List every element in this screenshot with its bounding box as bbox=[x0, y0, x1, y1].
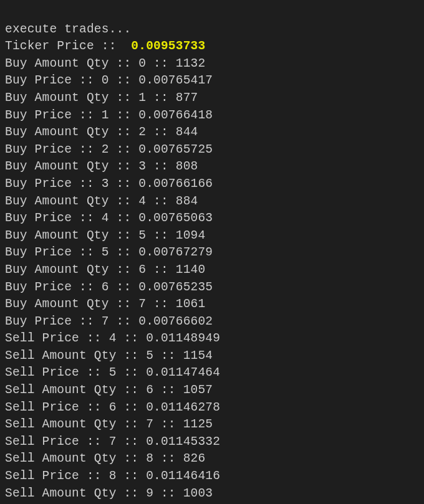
ticker-value: 0.00953733 bbox=[131, 39, 205, 53]
output-line: Buy Amount Qty :: 2 :: 844 bbox=[5, 124, 419, 141]
ticker-label: Ticker Price :: bbox=[5, 39, 131, 53]
output-line: Sell Amount Qty :: 8 :: 826 bbox=[5, 450, 419, 468]
output-line: Buy Amount Qty :: 0 :: 1132 bbox=[5, 55, 419, 73]
output-line: Buy Price :: 6 :: 0.00765235 bbox=[5, 279, 419, 297]
output-line: Sell Price :: 5 :: 0.01147464 bbox=[5, 364, 419, 382]
output-line: Buy Amount Qty :: 6 :: 1140 bbox=[5, 262, 419, 279]
output-line: Sell Amount Qty :: 6 :: 1057 bbox=[5, 382, 419, 399]
output-line: Sell Amount Qty :: 7 :: 1125 bbox=[5, 416, 419, 434]
output-line: Buy Price :: 0 :: 0.00765417 bbox=[5, 72, 419, 90]
output-line: Buy Amount Qty :: 3 :: 808 bbox=[5, 158, 419, 176]
output-line: Buy Price :: 7 :: 0.00766602 bbox=[5, 313, 419, 331]
output-line: Buy Price :: 3 :: 0.00766166 bbox=[5, 176, 419, 193]
output-line: Buy Amount Qty :: 5 :: 1094 bbox=[5, 227, 419, 245]
output-line: Sell Price :: 6 :: 0.01146278 bbox=[5, 399, 419, 417]
output-line: Sell Amount Qty :: 9 :: 1003 bbox=[5, 485, 419, 503]
output-line: Sell Amount Qty :: 5 :: 1154 bbox=[5, 348, 419, 365]
terminal-output: execute trades...Ticker Price :: 0.00953… bbox=[0, 0, 424, 504]
header-line: execute trades... bbox=[5, 21, 419, 39]
ticker-line: Ticker Price :: 0.00953733 bbox=[5, 38, 419, 55]
output-line: Sell Price :: 8 :: 0.01146416 bbox=[5, 468, 419, 485]
output-line: Buy Price :: 4 :: 0.00765063 bbox=[5, 210, 419, 227]
output-line: Buy Price :: 5 :: 0.00767279 bbox=[5, 244, 419, 262]
output-line: Buy Amount Qty :: 7 :: 1061 bbox=[5, 296, 419, 313]
output-line: Buy Amount Qty :: 4 :: 884 bbox=[5, 193, 419, 211]
output-line: Buy Price :: 1 :: 0.00766418 bbox=[5, 107, 419, 125]
output-line: Sell Price :: 7 :: 0.01145332 bbox=[5, 434, 419, 451]
output-line: Buy Price :: 2 :: 0.00765725 bbox=[5, 141, 419, 159]
output-line: Buy Amount Qty :: 1 :: 877 bbox=[5, 90, 419, 107]
output-line: Sell Price :: 4 :: 0.01148949 bbox=[5, 330, 419, 348]
